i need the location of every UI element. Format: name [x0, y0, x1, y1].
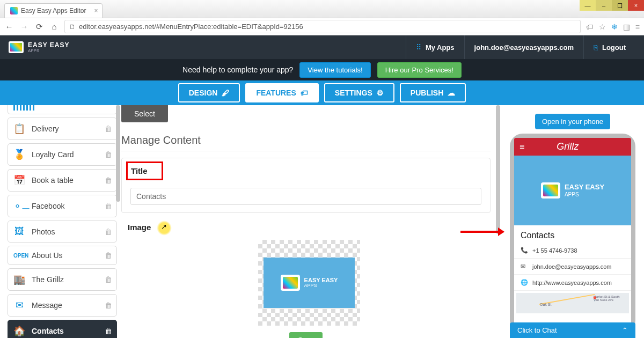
phone-map[interactable]: Oak St Market St & South Van Ness Ave 📍 — [516, 293, 629, 313]
view-tutorials-button[interactable]: View the tutorials! — [299, 62, 370, 78]
my-apps-link[interactable]: ⠿ My Apps — [406, 35, 464, 59]
hamburger-icon[interactable]: ≡ — [519, 142, 524, 152]
hire-pro-button[interactable]: Hire our Pro Services! — [377, 62, 462, 78]
ext2-icon[interactable]: ▥ — [623, 23, 630, 31]
trash-icon[interactable]: 🗑 — [105, 275, 112, 284]
brand-line1: EASY EASY — [28, 42, 69, 48]
map-pin-icon: 📍 — [591, 296, 598, 302]
browser-tab-strip: Easy Easy Apps Editor × — – 口 × — [0, 0, 644, 18]
open-in-phone-button[interactable]: Open in your phone — [535, 114, 610, 129]
sidebar-item-delivery[interactable]: 📋Delivery🗑 — [8, 117, 117, 140]
trash-icon[interactable]: 🗑 — [105, 150, 112, 159]
sidebar-item-partial[interactable] — [8, 105, 117, 114]
tags-icon: 🏷 — [301, 89, 308, 97]
sidebar-item-grillz[interactable]: 🏬The Grillz🗑 — [8, 268, 117, 291]
phone-icon: 📞 — [521, 247, 528, 254]
trash-icon[interactable]: 🗑 — [105, 251, 112, 260]
logout-icon: ⎘ — [594, 43, 598, 52]
reload-icon[interactable]: ⟳ — [34, 22, 44, 32]
image-icon: 🖼 — [13, 226, 25, 237]
sidebar-item-loyalty[interactable]: 🏅Loyalty Card🗑 — [8, 143, 117, 166]
trash-icon[interactable]: 🗑 — [105, 124, 112, 133]
main-nav: DESIGN🖌 FEATURES🏷 SETTINGS⚙ PUBLISH☁ — [0, 80, 644, 105]
share-icon: ⚬⚊ — [13, 200, 25, 212]
window-close-button[interactable]: × — [628, 0, 644, 11]
sidebar-scrollbar[interactable] — [116, 105, 120, 338]
tab-title: Easy Easy Apps Editor — [21, 7, 86, 14]
sidebar-item-message[interactable]: ✉Message🗑 — [8, 294, 117, 317]
app-header: EASY EASY APPS ⠿ My Apps john.doe@easyea… — [0, 35, 644, 59]
url-text: editor.easyeasyapps.net/#MenuEntryPlace:… — [79, 23, 303, 31]
brush-icon: 🖌 — [222, 89, 229, 97]
image-preview[interactable]: EASY EASYAPPS — [258, 240, 360, 326]
sidebar: 📋Delivery🗑 🏅Loyalty Card🗑 📅Book a table🗑… — [0, 105, 121, 338]
window-minimize-button[interactable]: – — [596, 0, 612, 11]
sidebar-item-about[interactable]: OPENAbout Us🗑 — [8, 246, 117, 265]
sidebar-item-photos[interactable]: 🖼Photos🗑 — [8, 221, 117, 243]
phone-panel: Open in your phone ≡ Grillz EASY EASYAPP… — [504, 105, 644, 338]
phone-app-title: Grillz — [557, 141, 579, 152]
logo-icon — [281, 275, 300, 291]
phone-section-title: Contacts — [514, 225, 631, 243]
page-icon: 🗋 — [69, 23, 76, 31]
envelope-icon: ✉ — [521, 263, 528, 270]
phone-frame: ≡ Grillz EASY EASYAPPS Contacts 📞+1 55 4… — [510, 134, 635, 333]
url-field[interactable]: 🗋 editor.easyeasyapps.net/#MenuEntryPlac… — [64, 20, 581, 33]
user-email-link[interactable]: john.doe@easyeasyapps.com — [464, 35, 583, 59]
star-icon[interactable]: ☆ — [599, 23, 606, 31]
phone-web-row[interactable]: 🌐http://www.easyeasyapps.com — [514, 275, 631, 291]
save-button[interactable]: Save — [289, 332, 323, 338]
window-controls: — – 口 × — [580, 0, 644, 11]
trash-icon[interactable]: 🗑 — [105, 327, 112, 335]
apps-grid-icon: ⠿ — [416, 43, 421, 52]
user-email: john.doe@easyeasyapps.com — [474, 43, 574, 52]
cloud-upload-icon: ☁ — [448, 89, 455, 97]
back-icon[interactable]: ← — [4, 22, 14, 31]
nav-design[interactable]: DESIGN🖌 — [178, 83, 240, 102]
sidebar-item-facebook[interactable]: ⚬⚊Facebook🗑 — [8, 195, 117, 217]
nav-publish[interactable]: PUBLISH☁ — [400, 83, 466, 102]
browser-tab[interactable]: Easy Easy Apps Editor × — [4, 3, 103, 18]
open-sign-icon: OPEN — [13, 253, 25, 259]
forward-icon[interactable]: → — [19, 22, 29, 31]
phone-email-row[interactable]: ✉john.doe@easyeasyapps.com — [514, 259, 631, 275]
title-form-box: Title — [121, 158, 491, 213]
phone-contact-row[interactable]: 📞+1 55 4746-9738 — [514, 243, 631, 259]
logout-label: Logout — [602, 43, 626, 52]
cursor-highlight-icon — [157, 221, 172, 236]
phone-screen: ≡ Grillz EASY EASYAPPS Contacts 📞+1 55 4… — [514, 138, 631, 329]
nav-features[interactable]: FEATURES🏷 — [245, 83, 318, 102]
window-maximize-button[interactable]: 口 — [612, 0, 628, 11]
chevron-up-icon: ⌃ — [622, 326, 628, 334]
main-scrollbar[interactable] — [496, 105, 500, 338]
brand-line2: APPS — [28, 48, 69, 53]
globe-icon: 🌐 — [521, 279, 528, 286]
nav-settings[interactable]: SETTINGS⚙ — [324, 83, 394, 102]
content-area: 📋Delivery🗑 🏅Loyalty Card🗑 📅Book a table🗑… — [0, 105, 644, 338]
click-to-chat-button[interactable]: Click to Chat ⌃ — [510, 322, 635, 338]
logo-icon — [9, 41, 24, 53]
image-label: Image — [128, 223, 151, 232]
menu-icon[interactable]: ≡ — [635, 23, 640, 31]
annotation-arrow-icon — [460, 231, 503, 233]
home-icon[interactable]: ⌂ — [49, 22, 59, 31]
window-extra-button[interactable]: — — [580, 0, 596, 11]
select-button[interactable]: Select — [121, 105, 168, 122]
close-tab-icon[interactable]: × — [94, 7, 98, 14]
title-highlight: Title — [126, 161, 163, 180]
ext1-icon[interactable]: ❄ — [611, 23, 618, 31]
main-panel: Select Manage Content Title Image EASY E… — [121, 105, 504, 338]
trash-icon[interactable]: 🗑 — [105, 202, 112, 210]
sidebar-item-contacts[interactable]: 🏠Contacts🗑 — [8, 320, 117, 338]
image-section: Image EASY EASYAPPS — [121, 221, 491, 326]
trash-icon[interactable]: 🗑 — [105, 176, 112, 185]
title-input[interactable] — [130, 188, 481, 205]
home-icon: 🏠 — [13, 325, 25, 337]
logo-icon — [541, 182, 560, 199]
trash-icon[interactable]: 🗑 — [105, 227, 112, 236]
trash-icon[interactable]: 🗑 — [105, 301, 112, 310]
bookmark-icon[interactable]: 🏷 — [586, 23, 594, 31]
brand-logo[interactable]: EASY EASY APPS — [9, 41, 69, 53]
logout-link[interactable]: ⎘ Logout — [583, 35, 635, 59]
sidebar-item-book[interactable]: 📅Book a table🗑 — [8, 169, 117, 192]
